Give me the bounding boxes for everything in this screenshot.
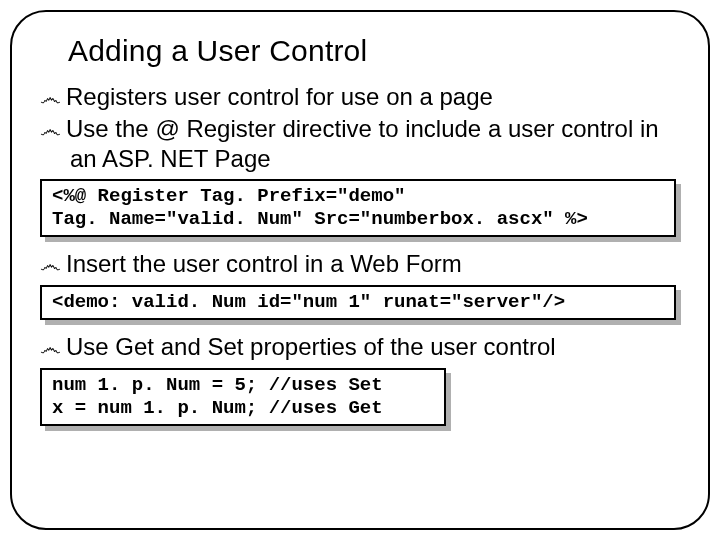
code-block-3-wrap: num 1. p. Num = 5; //uses Set x = num 1.…: [40, 368, 680, 426]
bullet-glyph: ෴: [40, 117, 66, 144]
bullet-glyph: ෴: [40, 335, 66, 362]
bullet-text: Use Get and Set properties of the user c…: [66, 333, 556, 360]
code-block-2-wrap: <demo: valid. Num id="num 1" runat="serv…: [40, 285, 680, 320]
bullet-item-4: ෴Use Get and Set properties of the user …: [40, 332, 680, 362]
bullet-text: Insert the user control in a Web Form: [66, 250, 462, 277]
code-text: <%@ Register Tag. Prefix="demo" Tag. Nam…: [40, 179, 676, 237]
code-block-1: <%@ Register Tag. Prefix="demo" Tag. Nam…: [40, 179, 676, 237]
bullet-list: ෴Registers user control for use on a pag…: [40, 82, 680, 426]
bullet-item-2: ෴Use the @ Register directive to include…: [40, 114, 680, 173]
slide-title: Adding a User Control: [68, 34, 680, 68]
code-text: <demo: valid. Num id="num 1" runat="serv…: [40, 285, 676, 320]
bullet-glyph: ෴: [40, 85, 66, 112]
code-block-2: <demo: valid. Num id="num 1" runat="serv…: [40, 285, 676, 320]
bullet-glyph: ෴: [40, 252, 66, 279]
code-text: num 1. p. Num = 5; //uses Set x = num 1.…: [40, 368, 446, 426]
code-block-1-wrap: <%@ Register Tag. Prefix="demo" Tag. Nam…: [40, 179, 680, 237]
bullet-text: Use the @ Register directive to include …: [66, 115, 659, 172]
code-block-3: num 1. p. Num = 5; //uses Set x = num 1.…: [40, 368, 446, 426]
bullet-item-1: ෴Registers user control for use on a pag…: [40, 82, 680, 112]
slide-frame: Adding a User Control ෴Registers user co…: [10, 10, 710, 530]
bullet-text: Registers user control for use on a page: [66, 83, 493, 110]
bullet-item-3: ෴Insert the user control in a Web Form: [40, 249, 680, 279]
